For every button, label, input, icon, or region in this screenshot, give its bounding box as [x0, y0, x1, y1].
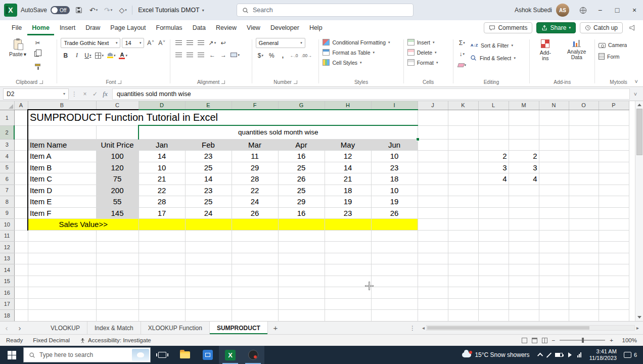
cell-C11[interactable] — [96, 230, 139, 242]
cell-P8[interactable] — [599, 196, 629, 208]
cell-E15[interactable] — [185, 276, 232, 287]
excel-logo-icon[interactable]: X — [4, 4, 17, 17]
catch-up-button[interactable]: Catch up — [580, 22, 623, 33]
cell-J13[interactable] — [418, 253, 448, 264]
percent-style-button[interactable]: % — [267, 51, 277, 60]
cell-I9[interactable]: 26 — [371, 207, 418, 219]
number-dialog-launcher-icon[interactable] — [294, 80, 297, 84]
cell-I6[interactable]: 18 — [371, 173, 418, 185]
cell-B11[interactable] — [28, 230, 96, 242]
cell-K17[interactable] — [448, 298, 478, 310]
cell-K6[interactable] — [448, 173, 478, 185]
add-ins-button[interactable]: Add-ins — [533, 38, 557, 63]
cell-G9[interactable]: 16 — [278, 207, 325, 219]
cell-O7[interactable] — [569, 185, 599, 196]
cell-E7[interactable]: 23 — [185, 185, 232, 196]
cell-K9[interactable] — [448, 207, 478, 219]
cell-O2[interactable] — [569, 125, 599, 139]
cell-O15[interactable] — [569, 276, 599, 287]
fill-button[interactable]: ↓▾ — [457, 49, 468, 59]
cell-I7[interactable]: 10 — [371, 185, 418, 196]
cell-P2[interactable] — [599, 125, 629, 139]
row-header-17[interactable]: 17 — [0, 298, 14, 310]
cell-D15[interactable] — [139, 276, 185, 287]
cell-M15[interactable] — [509, 276, 539, 287]
cell-E10[interactable] — [185, 219, 232, 231]
col-header-L[interactable]: L — [478, 101, 509, 110]
cell-C13[interactable] — [96, 253, 139, 264]
font-name-select[interactable]: Trade Gothic Next▾ — [61, 38, 120, 48]
col-header-G[interactable]: G — [278, 101, 325, 110]
cell-I18[interactable] — [371, 310, 418, 322]
cell-G7[interactable]: 25 — [278, 185, 325, 196]
taskbar-clock[interactable]: 3:41 AM 11/18/2023 — [585, 346, 621, 364]
cell-I11[interactable] — [371, 230, 418, 242]
clipboard-dialog-launcher-icon[interactable] — [39, 80, 43, 84]
cell-H15[interactable] — [325, 276, 371, 287]
align-middle-button[interactable] — [185, 38, 195, 48]
cell-D7[interactable]: 22 — [139, 185, 185, 196]
cell-A11[interactable] — [14, 230, 28, 242]
cell-D2-merged[interactable]: quantities sold month wise — [139, 125, 418, 139]
cell-K8[interactable] — [448, 196, 478, 208]
cell-C8[interactable]: 55 — [96, 196, 139, 208]
row-header-11[interactable]: 11 — [0, 230, 14, 242]
cell-A6[interactable] — [14, 173, 28, 185]
row-header-2[interactable]: 2 — [0, 125, 14, 139]
font-dialog-launcher-icon[interactable] — [118, 80, 121, 84]
cell-C17[interactable] — [96, 298, 139, 310]
cell-A1[interactable] — [14, 110, 28, 125]
cell-P3[interactable] — [599, 139, 629, 151]
cell-M5[interactable]: 3 — [509, 162, 539, 173]
close-button[interactable]: × — [626, 0, 643, 20]
cell-D18[interactable] — [139, 310, 185, 322]
col-header-H[interactable]: H — [325, 101, 371, 110]
cell-J15[interactable] — [418, 276, 448, 287]
cell-F3[interactable]: Mar — [232, 139, 278, 151]
cell-G5[interactable]: 25 — [278, 162, 325, 173]
cell-M13[interactable] — [509, 253, 539, 264]
cell-D3[interactable]: Jan — [139, 139, 185, 151]
feedback-megaphone-icon[interactable] — [627, 25, 638, 31]
comma-style-button[interactable]: , — [278, 51, 288, 60]
sheet-nav-right-icon[interactable]: › — [13, 322, 26, 334]
redo-icon[interactable]: ↷▾ — [103, 4, 114, 16]
cell-L13[interactable] — [478, 253, 509, 264]
comments-button[interactable]: Comments — [484, 22, 532, 33]
cell-A3[interactable] — [14, 139, 28, 151]
cell-J2[interactable] — [418, 125, 448, 139]
conditional-formatting-button[interactable]: Conditional Formatting▾ — [323, 38, 390, 47]
sort-filter-button[interactable]: A↓ZSort & Filter▾ — [470, 41, 513, 50]
row-header-13[interactable]: 13 — [0, 253, 14, 264]
pen-tool-icon[interactable]: ◇▾ — [117, 4, 128, 16]
col-header-E[interactable]: E — [185, 101, 232, 110]
polar-bear-image[interactable] — [132, 349, 149, 361]
cell-G15[interactable] — [278, 276, 325, 287]
align-center-button[interactable] — [185, 50, 195, 60]
borders-button[interactable]: ▾ — [94, 51, 105, 60]
cell-H6[interactable]: 21 — [325, 173, 371, 185]
horizontal-scroll-track[interactable] — [426, 325, 635, 331]
cell-J1[interactable] — [418, 110, 448, 125]
cell-D10[interactable] — [139, 219, 185, 231]
network-signal-icon[interactable] — [577, 352, 581, 357]
cell-L15[interactable] — [478, 276, 509, 287]
cell-E4[interactable]: 23 — [185, 151, 232, 162]
ribbon-tab-page-layout[interactable]: Page Layout — [106, 20, 150, 35]
increase-decimal-button[interactable]: ←.0 — [289, 51, 299, 60]
orientation-button[interactable]: ↗▾ — [207, 38, 217, 48]
col-header-F[interactable]: F — [232, 101, 278, 110]
cell-B2[interactable] — [28, 125, 96, 139]
cell-G8[interactable]: 29 — [278, 196, 325, 208]
cell-N1[interactable] — [539, 110, 569, 125]
cell-O3[interactable] — [569, 139, 599, 151]
cell-M11[interactable] — [509, 230, 539, 242]
excel-taskbar-button[interactable]: X — [219, 346, 242, 364]
cell-D13[interactable] — [139, 253, 185, 264]
cell-H18[interactable] — [325, 310, 371, 322]
cell-P10[interactable] — [599, 219, 629, 231]
cell-B14[interactable] — [28, 264, 96, 276]
cell-J11[interactable] — [418, 230, 448, 242]
cell-D16[interactable] — [139, 287, 185, 299]
cell-E11[interactable] — [185, 230, 232, 242]
